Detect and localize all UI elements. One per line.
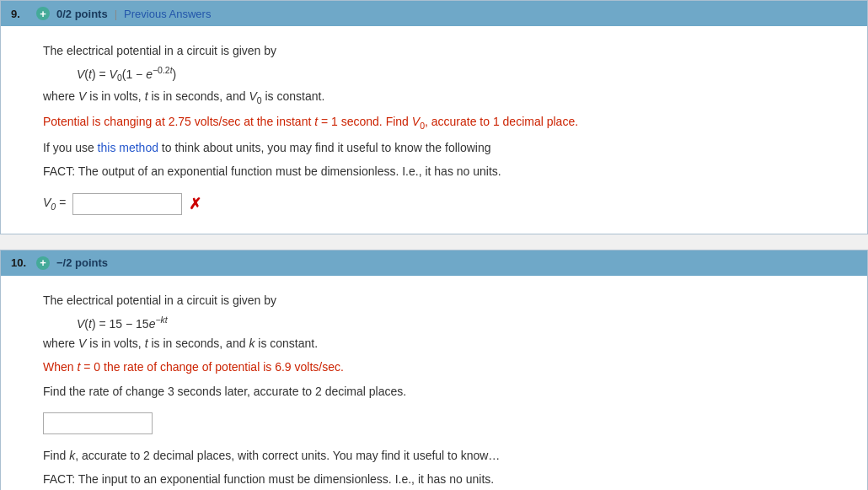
q9-intro: The electrical potential in a circuit is…	[43, 41, 825, 60]
q9-line3: If you use this method to think about un…	[43, 138, 825, 157]
q10-answer1-input[interactable]	[43, 412, 153, 434]
q10-line4: Find k, accurate to 2 decimal places, wi…	[43, 446, 825, 465]
q10-formula: V(t) = 15 − 15e−kt	[77, 315, 825, 331]
q10-line2: When t = 0 the rate of change of potenti…	[43, 358, 825, 376]
q9-line2: Potential is changing at 2.75 volts/sec …	[43, 112, 825, 133]
q10-answer1-row	[43, 412, 825, 434]
plus-icon-9[interactable]: +	[36, 7, 50, 20]
q10-intro: The electrical potential in a circuit is…	[43, 291, 825, 310]
question-10: 10. + −/2 points The electrical potentia…	[0, 250, 868, 490]
q10-line2-highlight: When t = 0 the rate of change of potenti…	[43, 360, 344, 374]
q10-line5: FACT: The input to an exponential functi…	[43, 470, 825, 488]
q9-this-method-link[interactable]: this method	[98, 141, 158, 154]
question-10-header: 10. + −/2 points	[1, 250, 867, 276]
question-9-points: 0/2 points	[56, 8, 108, 20]
question-10-number: 10.	[11, 256, 29, 269]
question-9-body: The electrical potential in a circuit is…	[1, 26, 867, 234]
q9-answer-row: V0 = ✗	[43, 193, 825, 215]
q9-x-mark: ✗	[189, 195, 201, 213]
question-10-body: The electrical potential in a circuit is…	[1, 276, 867, 490]
q9-line1: where V is in volts, t is in seconds, an…	[43, 87, 825, 108]
q10-line3: Find the rate of change 3 seconds later,…	[43, 382, 825, 401]
q9-answer-label: V0 =	[43, 196, 66, 212]
separator-9: |	[115, 8, 117, 20]
q9-answer-input[interactable]	[72, 193, 182, 215]
q9-line2-highlight: Potential is changing at 2.75 volts/sec …	[43, 115, 578, 128]
question-9: 9. + 0/2 points | Previous Answers The e…	[0, 0, 868, 234]
plus-icon-10[interactable]: +	[36, 256, 50, 270]
q10-line1: where V is in volts, t is in seconds, an…	[43, 334, 825, 353]
question-10-points: −/2 points	[56, 256, 108, 269]
question-9-number: 9.	[11, 8, 29, 20]
q9-line4: FACT: The output of an exponential funct…	[43, 162, 825, 180]
question-9-header: 9. + 0/2 points | Previous Answers	[1, 1, 867, 26]
q9-formula: V(t) = V0(1 − e−0.2t)	[77, 65, 825, 83]
prev-answers-link-9[interactable]: Previous Answers	[124, 8, 211, 20]
